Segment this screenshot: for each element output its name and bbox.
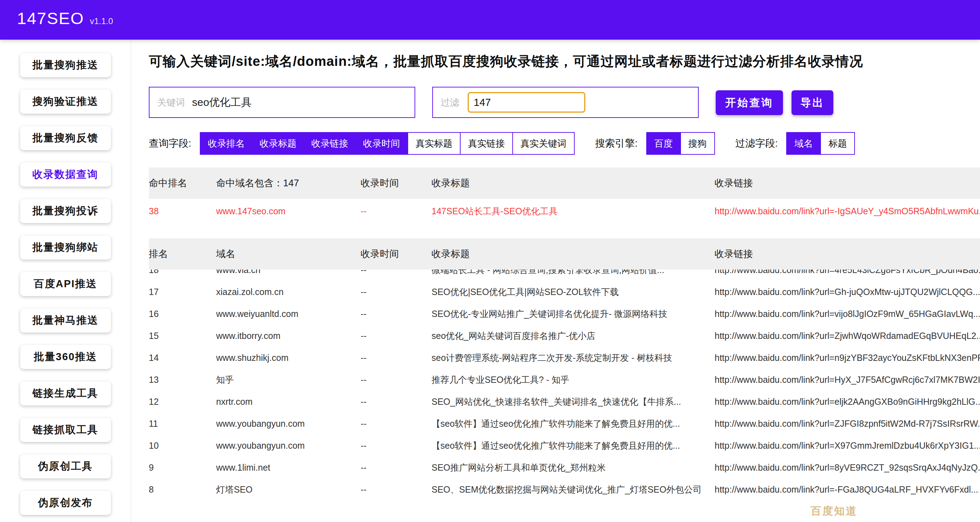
result-header-time: 收录时间 <box>361 248 431 260</box>
query-field-toggle[interactable]: 真实关键词 <box>512 133 574 154</box>
query-field-toggle-label: 收录时间 <box>363 138 400 149</box>
title-cell: SEO优化|SEO优化工具|网站SEO-ZOL软件下载 <box>431 286 714 298</box>
hit-header-rank: 命中排名 <box>149 177 216 189</box>
hit-domain-cell: www.147seo.com <box>216 206 361 216</box>
sidebar-item[interactable]: 批量360推送 <box>20 345 111 369</box>
main-layout: 批量搜狗推送 搜狗验证推送 批量搜狗反馈 收录数据查询 批量搜狗投诉 批量搜狗绑… <box>0 40 980 522</box>
sidebar-item[interactable]: 伪原创工具 <box>20 454 111 478</box>
keyword-input-value: seo优化工具 <box>192 95 251 110</box>
query-field-toggle[interactable]: 收录排名 <box>200 133 252 154</box>
domain-cell: www.youbangyun.com <box>216 441 361 451</box>
app-header: 147SEO v1.1.0 <box>0 0 980 40</box>
sidebar-item[interactable]: 伪原创发布 <box>20 491 111 515</box>
query-field-toggle[interactable]: 收录时间 <box>356 133 407 154</box>
time-cell: -- <box>361 419 431 429</box>
search-engine-option[interactable]: 百度 <box>647 133 680 154</box>
title-cell: SEO、SEM优化数据挖掘与网站关键词优化_推广_灯塔SEO外包公司 <box>431 484 714 495</box>
sidebar-item[interactable]: 链接生成工具 <box>20 381 111 406</box>
domain-cell: 知乎 <box>216 374 361 386</box>
time-cell: -- <box>361 463 431 473</box>
watermark: 百度知道 <box>811 504 858 519</box>
result-table-row: 15 www.itborry.com -- seo优化_网站关键词百度排名推广-… <box>149 325 980 347</box>
sidebar-item[interactable]: 收录数据查询 <box>20 163 111 187</box>
filter-field-option[interactable]: 标题 <box>820 133 854 154</box>
query-field-toggle[interactable]: 真实标题 <box>407 133 460 154</box>
result-table-row: 12 nxrtr.com -- SEO_网站优化_快速排名软件_关键词排名_快速… <box>149 390 980 413</box>
sidebar-item[interactable]: 批量搜狗绑站 <box>20 235 111 260</box>
query-field-toggle[interactable]: 收录标题 <box>252 133 304 154</box>
link-cell[interactable]: http://www.baidu.com/link?url=Gh-juQOxMt… <box>714 287 980 297</box>
query-field-toggle[interactable]: 真实链接 <box>460 133 512 154</box>
link-cell[interactable]: http://www.baidu.com/link?url=X97GmmJrem… <box>714 441 980 451</box>
sidebar-item[interactable]: 搜狗验证推送 <box>20 90 111 114</box>
search-engine-label: 搜索引擎: <box>595 137 638 150</box>
filter-field-label: 过滤字段: <box>735 137 778 150</box>
hit-link-cell[interactable]: http://www.baidu.com/link?url=-IgSAUeY_y… <box>714 206 980 216</box>
rank-cell: 16 <box>149 309 216 319</box>
sidebar-item-label: 收录数据查询 <box>33 168 99 182</box>
result-header-title: 收录标题 <box>431 248 714 260</box>
link-cell[interactable]: http://www.baidu.com/link?url=ZjwhWqoWRd… <box>714 331 980 341</box>
domain-cell: www.youbangyun.com <box>216 419 361 429</box>
query-field-toggle-label: 收录标题 <box>260 138 297 149</box>
link-cell[interactable]: http://www.baidu.com/link?url=-FGaJ8QUG4… <box>714 484 980 495</box>
sidebar-item[interactable]: 百度API推送 <box>20 272 111 296</box>
filter-field-toggle: 域名 标题 <box>786 132 855 155</box>
result-table-row: 9 www.1limi.net -- SEO推广网站分析工具和单页优化_郑州粒米… <box>149 457 980 478</box>
link-cell[interactable]: http://www.baidu.com/link?url=n9jzYBF32a… <box>714 353 980 363</box>
link-cell[interactable]: http://www.baidu.com/link?url=8yVE9RCZT_… <box>714 463 980 473</box>
link-cell[interactable]: http://www.baidu.com/link?url=4re5L43iCZ… <box>714 270 980 275</box>
keyword-input[interactable]: 关键词 seo优化工具 <box>149 87 415 118</box>
domain-cell: www.weiyuanltd.com <box>216 309 361 319</box>
sidebar-item[interactable]: 批量搜狗投诉 <box>20 199 111 223</box>
title-cell: 推荐几个专业SEO优化工具? - 知乎 <box>431 374 714 386</box>
rank-cell: 14 <box>149 353 216 363</box>
export-button[interactable]: 导出 <box>792 90 833 115</box>
start-query-button[interactable]: 开始查询 <box>716 90 783 115</box>
result-table-viewport[interactable]: 18 www.via.cn -- 微端站长工具 - 网站综合查询,搜索引擎收录查… <box>149 270 980 496</box>
sidebar-item[interactable]: 链接抓取工具 <box>20 418 111 442</box>
title-cell: seo计费管理系统-网站程序二次开发-系统定制开发 - 树枝科技 <box>431 352 714 364</box>
search-engine-option[interactable]: 搜狗 <box>680 133 714 154</box>
hit-title-cell: 147SEO站长工具-SEO优化工具 <box>431 205 714 217</box>
time-cell: -- <box>361 397 431 407</box>
hit-header-link: 收录链接 <box>714 177 980 189</box>
link-cell[interactable]: http://www.baidu.com/link?url=vijo8lJgIO… <box>714 309 980 319</box>
time-cell: -- <box>361 441 431 451</box>
domain-cell: www.via.cn <box>216 270 361 275</box>
filter-field-option[interactable]: 域名 <box>787 133 820 154</box>
sidebar-item-label: 链接抓取工具 <box>33 423 99 437</box>
query-field-toggle-label: 收录排名 <box>208 138 245 149</box>
sidebar: 批量搜狗推送 搜狗验证推送 批量搜狗反馈 收录数据查询 批量搜狗投诉 批量搜狗绑… <box>0 40 131 522</box>
domain-cell: nxrtr.com <box>216 397 361 407</box>
filter-input[interactable]: 147 <box>468 92 585 113</box>
query-field-toggle[interactable]: 收录链接 <box>304 133 356 154</box>
link-cell[interactable]: http://www.baidu.com/link?url=eljk2AAngG… <box>714 397 980 407</box>
hit-table-body: 38 www.147seo.com -- 147SEO站长工具-SEO优化工具 … <box>149 199 980 224</box>
rank-cell: 8 <box>149 484 216 495</box>
domain-cell: xiazai.zol.com.cn <box>216 287 361 297</box>
sidebar-item[interactable]: 批量搜狗反馈 <box>20 126 111 150</box>
domain-cell: www.1limi.net <box>216 463 361 473</box>
title-cell: seo优化_网站关键词百度排名推广-优小店 <box>431 330 714 342</box>
link-cell[interactable]: http://www.baidu.com/link?url=HyX_J7F5Af… <box>714 375 980 385</box>
search-engine-toggle: 百度 搜狗 <box>646 132 715 155</box>
result-table-row: 18 www.via.cn -- 微端站长工具 - 网站综合查询,搜索引擎收录查… <box>149 270 980 281</box>
sidebar-item-label: 批量360推送 <box>33 350 97 364</box>
link-cell[interactable]: http://www.baidu.com/link?url=ZJFGI8zpnf… <box>714 419 980 429</box>
domain-cell: www.shuzhikj.com <box>216 353 361 363</box>
time-cell: -- <box>361 353 431 363</box>
sidebar-item[interactable]: 批量搜狗推送 <box>20 53 111 77</box>
sidebar-item[interactable]: 批量神马推送 <box>20 308 111 333</box>
result-table-header: 排名 域名 收录时间 收录标题 收录链接 <box>149 238 980 270</box>
result-table-row: 17 xiazai.zol.com.cn -- SEO优化|SEO优化工具|网站… <box>149 281 980 303</box>
rank-cell: 12 <box>149 397 216 407</box>
sidebar-item-label: 链接生成工具 <box>33 386 99 401</box>
app-title: 147SEO <box>17 10 84 27</box>
filter-input-label: 过滤 <box>441 96 459 109</box>
sidebar-item-label: 百度API推送 <box>33 277 97 291</box>
hit-table-header: 命中排名 命中域名包含：147 收录时间 收录标题 收录链接 <box>149 168 980 199</box>
result-header-rank: 排名 <box>149 248 216 260</box>
filter-row: 查询字段: 收录排名 收录标题 收录链接 收录时间 <box>149 132 980 155</box>
title-cell: 微端站长工具 - 网站综合查询,搜索引擎收录查询,网站价值... <box>431 270 714 276</box>
